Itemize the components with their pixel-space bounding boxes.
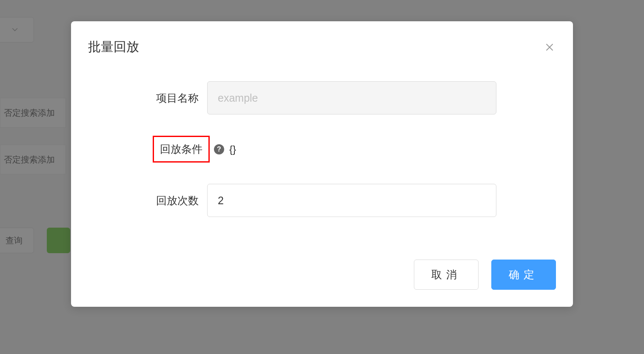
project-name-row: 项目名称 (88, 81, 556, 114)
help-icon[interactable]: ? (214, 144, 224, 154)
cancel-button[interactable]: 取消 (414, 260, 479, 290)
replay-count-row: 回放次数 (88, 184, 556, 217)
project-name-label: 项目名称 (88, 91, 207, 105)
modal-header: 批量回放 (88, 38, 556, 56)
modal-title: 批量回放 (88, 38, 139, 56)
close-icon (545, 43, 554, 51)
project-name-input (207, 81, 496, 114)
confirm-button[interactable]: 确定 (491, 260, 556, 290)
close-button[interactable] (543, 41, 556, 54)
modal-overlay: 批量回放 项目名称 回放条件 ? {} 回放次数 取消 (0, 0, 644, 354)
replay-count-label: 回放次数 (88, 194, 207, 208)
replay-condition-label: 回放条件 (153, 136, 210, 163)
replay-count-input[interactable] (207, 184, 496, 217)
batch-replay-modal: 批量回放 项目名称 回放条件 ? {} 回放次数 取消 (71, 21, 573, 307)
replay-condition-row: 回放条件 ? {} (88, 136, 556, 163)
modal-footer: 取消 确定 (88, 260, 556, 290)
replay-condition-value: {} (229, 143, 236, 155)
